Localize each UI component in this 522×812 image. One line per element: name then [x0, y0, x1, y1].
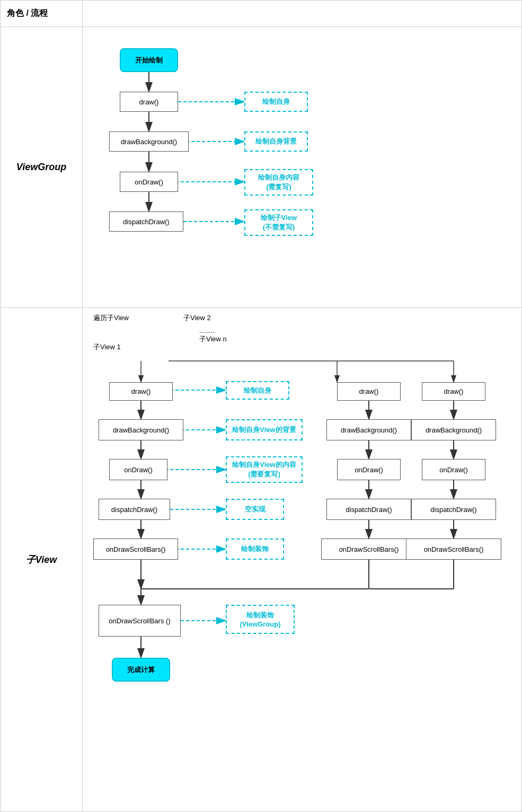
flow-column: 开始绘制 draw() drawBackground() onDraw() di… [83, 27, 522, 811]
cv2-drawbg-box: drawBackground() [326, 419, 411, 440]
header-row: 角色 / 流程 [1, 1, 521, 27]
cv2-dispatchdraw-box: dispatchDraw() [326, 499, 411, 520]
cv1-draw-box: draw() [109, 382, 173, 401]
vg-drawbg-box: drawBackground() [109, 131, 189, 152]
vg-desc-ondraw-box: 绘制自身内容 (需复写) [244, 169, 313, 196]
cv1-desc-dispatchdraw: 空实现 [226, 499, 284, 520]
vg-draw-box: draw() [120, 92, 178, 112]
cv3-ondraw-box: onDraw() [422, 459, 485, 480]
vg-arrows-svg [93, 38, 522, 297]
childview-label: 子View [26, 553, 57, 566]
cv1-dispatchdraw-box: dispatchDraw() [99, 499, 170, 520]
page-container: 角色 / 流程 ViewGroup 子View [0, 0, 522, 812]
cv1-drawbg-box: drawBackground() [99, 419, 183, 440]
vg-ondraw-box: onDraw() [120, 172, 178, 192]
cv3-draw-box: draw() [422, 382, 485, 401]
cv3-dispatchdraw-box: dispatchDraw() [411, 499, 496, 520]
cv1-ondraw-box: onDraw() [109, 459, 167, 480]
content-area: ViewGroup 子View [1, 27, 521, 811]
vg-start-box: 开始绘制 [120, 48, 178, 72]
role-flow-title: 角色 / 流程 [7, 8, 48, 19]
role-viewgroup-section: ViewGroup [1, 27, 82, 308]
cv2-draw-box: draw() [337, 382, 401, 401]
role-childview-section: 子View [1, 308, 82, 811]
vg-flow: 开始绘制 draw() drawBackground() onDraw() di… [93, 38, 522, 297]
header-flow-label [83, 1, 521, 27]
cv3-drawbg-box: drawBackground() [411, 419, 496, 440]
role-column: ViewGroup 子View [1, 27, 83, 811]
cv1-desc-drawbg: 绘制自身View的背景 [226, 419, 303, 440]
cv1-ondrawscrollbars-box: onDrawScrollBars() [93, 539, 178, 560]
cv1-desc-scrollbars: 绘制装饰 [226, 539, 284, 560]
header-role-label: 角色 / 流程 [1, 1, 83, 27]
cv1-desc-draw: 绘制自身 [226, 381, 289, 400]
vg-desc-drawbg-box: 绘制自身背景 [244, 131, 308, 152]
vg-desc-draw-box: 绘制自身 [244, 92, 308, 112]
cv1-desc-scrollbars2: 绘制装饰 (ViewGroup) [226, 605, 295, 634]
vg-desc-dispatchdraw-box: 绘制子View (不需复写) [244, 209, 313, 236]
cv-section: 遍历子View 子View 2 ........ 子View n 子View 1 [83, 308, 522, 811]
cv2-ondrawscrollbars-box: onDrawScrollBars() [321, 539, 417, 560]
cv2-ondraw-box: onDraw() [337, 459, 401, 480]
viewgroup-label: ViewGroup [16, 162, 66, 173]
cv1-desc-ondraw: 绘制自身View的内容 (需要复写) [226, 456, 303, 483]
cv1-ondrawscrollbars2-box: onDrawScrollBars () [99, 605, 181, 637]
vg-dispatchdraw-box: dispatchDraw() [109, 211, 183, 232]
cv3-ondrawscrollbars-box: onDrawScrollBars() [406, 539, 501, 560]
vg-section: 开始绘制 draw() drawBackground() onDraw() di… [83, 27, 522, 308]
end-box: 完成计算 [112, 658, 170, 682]
